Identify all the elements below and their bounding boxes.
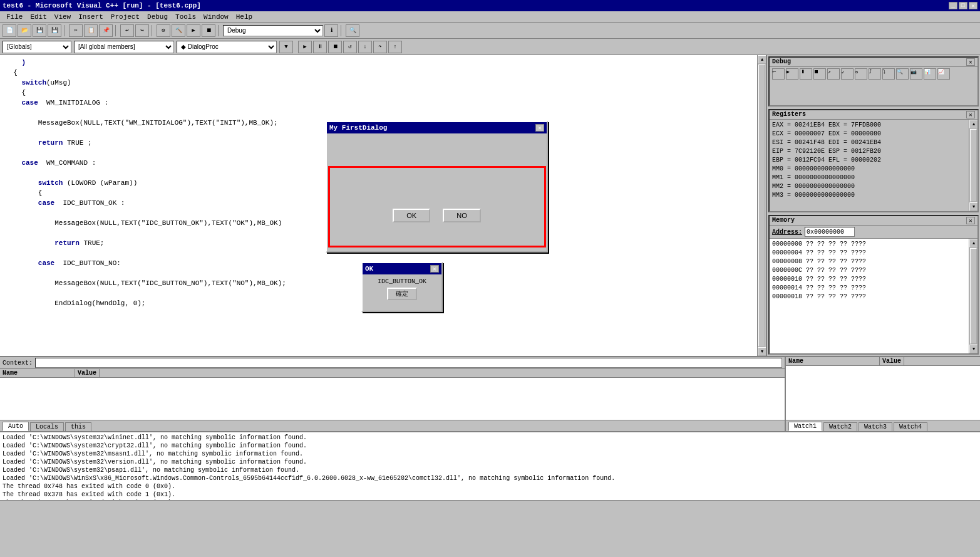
first-dialog-close[interactable]: ✕ — [535, 124, 544, 132]
first-dialog-title: My FirstDialog ✕ — [327, 122, 547, 133]
ok-dialog-body: IDC_BUTTON_OK 確定 — [363, 274, 441, 304]
ok-button[interactable]: OK — [393, 209, 430, 222]
ok-dialog: OK ✕ IDC_BUTTON_OK 確定 — [361, 262, 443, 312]
dialog-overlay: My FirstDialog ✕ OK ✕ IDC_BUTTON_OK 確定 O… — [0, 0, 980, 557]
no-button[interactable]: NO — [443, 209, 481, 222]
ok-dialog-title: OK ✕ — [363, 263, 441, 274]
first-dialog: My FirstDialog ✕ OK ✕ IDC_BUTTON_OK 確定 O… — [326, 121, 548, 252]
dialog-buttons: OK NO — [327, 202, 547, 229]
ok-dialog-close[interactable]: ✕ — [430, 265, 439, 273]
first-dialog-body: OK ✕ IDC_BUTTON_OK 確定 OK NO — [327, 202, 547, 321]
ok-message: IDC_BUTTON_OK — [378, 278, 426, 285]
ok-confirm-button[interactable]: 確定 — [387, 288, 417, 300]
